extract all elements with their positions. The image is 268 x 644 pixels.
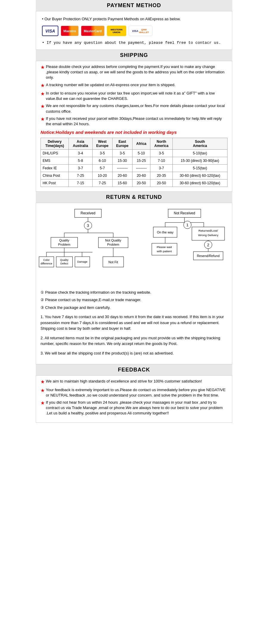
star-icon-f1: ★: [40, 379, 45, 385]
payment-note: • Our Buyer Protection ONLY protects Pay…: [42, 17, 226, 21]
col-header-0: DeliveryTime(days): [41, 138, 69, 150]
table-cell: 7-25: [92, 179, 112, 187]
not-quality-label: Not Quality: [105, 239, 121, 242]
returned-label: Returned/Lost/: [199, 229, 218, 232]
feedback-title: FEEDBACK: [36, 364, 232, 375]
color-diff-label2: difference: [40, 262, 52, 265]
on-the-way-label: On the way: [157, 230, 174, 234]
return-rules: 1. You have 7 days to contact us and 30 …: [40, 314, 228, 356]
table-cell: 15-25: [132, 157, 150, 165]
shipping-item-2: ★ A tracking number will be updated on A…: [40, 82, 228, 89]
table-cell: 3-7: [150, 165, 173, 172]
table-cell: 3-5: [150, 150, 173, 157]
table-cell: China Post: [41, 172, 69, 179]
col-header-5: NorthAmerica: [150, 138, 173, 150]
table-cell: 3-4: [69, 150, 92, 157]
payment-icons: VISA Maestro MasterCard WESTERNUNION VIS…: [42, 24, 226, 38]
quality-problem-label2: Problem: [58, 243, 70, 246]
table-cell: ---------: [132, 165, 150, 172]
circle-3: 3: [87, 223, 89, 228]
quality-problem-label: Quality: [59, 239, 70, 242]
table-cell: 20-60: [112, 172, 132, 179]
col-header-6: SouthAmerica: [172, 138, 227, 150]
table-cell: 30-60 (direct) 60-120(tax): [172, 172, 227, 179]
received-label: Received: [81, 211, 96, 215]
return-title: RETURN & RETUND: [36, 192, 232, 203]
table-cell: 3-5: [112, 150, 132, 157]
feedback-item-1: ★ We aim to maintain high standards of e…: [40, 379, 228, 385]
table-cell: 7-10: [150, 157, 173, 165]
shipping-title: SHIPPING: [36, 50, 232, 61]
table-row: China Post7-2510-2020-6020-6020-3530-60 …: [41, 172, 228, 179]
payment-contact: • If you have any question about the pay…: [42, 41, 226, 45]
payment-section: PAYMENT METHOD • Our Buyer Protection ON…: [36, 0, 232, 50]
table-cell: 3-7: [69, 165, 92, 172]
table-cell: 5-8: [69, 157, 92, 165]
return-section: RETURN & RETUND Received 3 Quality Probl…: [36, 192, 232, 364]
table-cell: 5-10(tax): [172, 150, 227, 157]
shipping-item-5: ★ If you have not received your parcel w…: [40, 116, 228, 127]
col-header-3: EastEurope: [112, 138, 132, 150]
circle-1: 1: [186, 223, 188, 227]
table-cell: 5-10: [132, 150, 150, 157]
visa-qiwi-icon: VISA QIWIWALLET: [129, 26, 152, 36]
feedback-section: FEEDBACK ★ We aim to maintain high stand…: [36, 364, 232, 422]
star-icon-2: ★: [40, 82, 45, 89]
resend-refund-label: Resend/Refund: [197, 254, 219, 258]
not-quality-label2: Problem: [107, 243, 119, 246]
shipping-notice: Notice:Hoildays and weekends are not inc…: [40, 130, 228, 135]
mastercard-icon: MasterCard: [81, 26, 105, 36]
table-cell: 10-20: [92, 172, 112, 179]
star-icon-f3: ★: [40, 400, 45, 416]
color-diff-label: Color: [43, 258, 49, 261]
please-wait-label: Please wait: [157, 245, 172, 249]
feedback-item-3: ★ If you did not hear from us within 24 …: [40, 400, 228, 416]
please-wait-label2: with patient: [156, 250, 172, 253]
col-header-2: WestEurope: [92, 138, 112, 150]
table-cell: 15-60: [112, 179, 132, 187]
col-header-1: AsiaAustralia: [69, 138, 92, 150]
table-cell: 20-35: [150, 172, 173, 179]
table-row: EMS5-86-1015-3015-257-1015-30 (direct) 3…: [41, 157, 228, 165]
table-cell: 7-15: [69, 179, 92, 187]
star-icon-f2: ★: [40, 387, 45, 398]
table-row: DHL/UPS3-43-53-55-103-55-10(tax): [41, 150, 228, 157]
table-cell: 5-15(tax): [172, 165, 227, 172]
table-cell: 6-10: [92, 157, 112, 165]
star-icon-1: ★: [40, 64, 45, 80]
star-icon-4: ★: [40, 103, 45, 114]
table-cell: 7-25: [69, 172, 92, 179]
not-received-label: Not Received: [174, 211, 195, 215]
table-cell: ---------: [112, 165, 132, 172]
quality-defect-label2: Defect: [60, 262, 68, 265]
table-cell: 3-5: [92, 150, 112, 157]
shipping-table: DeliveryTime(days) AsiaAustralia WestEur…: [40, 138, 228, 187]
table-cell: 30-60 (direct) 60-120(tax): [172, 179, 227, 187]
table-cell: DHL/UPS: [41, 150, 69, 157]
star-icon-5: ★: [40, 116, 45, 127]
table-cell: HK Post: [41, 179, 69, 187]
table-row: Fedex IE3-75-7------------------3-75-15(…: [41, 165, 228, 172]
shipping-section: SHIPPING ★ Please double check your addr…: [36, 50, 232, 192]
feedback-item-2: ★ Your feedback is extremely important t…: [40, 387, 228, 398]
table-cell: 20-60: [132, 172, 150, 179]
table-cell: EMS: [41, 157, 69, 165]
damage-label: Damage: [77, 260, 88, 263]
circle-2: 2: [207, 243, 209, 247]
table-cell: 20-50: [132, 179, 150, 187]
flow-note-3: ③ Check the package and item carefully.: [40, 304, 228, 311]
table-cell: Fedex IE: [41, 165, 69, 172]
not-fit-label: Not Fit: [108, 260, 118, 264]
flow-note-2: ② Please contact us by massage,E-mail,or…: [40, 296, 228, 303]
visa-icon: VISA: [42, 26, 58, 36]
shipping-item-4: ★ We are not responsible for any customs…: [40, 103, 228, 114]
returned-label2: Wrong Delivery: [198, 233, 218, 237]
payment-title: PAYMENT METHOD: [36, 0, 232, 11]
flow-note-1: ① Please check the tracking information …: [40, 289, 228, 296]
quality-defect-label: Quality: [60, 258, 68, 261]
return-rule-3: 3. We will bear all the shipping cost if…: [40, 350, 228, 356]
col-header-4: Africa: [132, 138, 150, 150]
return-rule-2: 2. All returned items must be in the ori…: [40, 335, 228, 347]
table-cell: 15-30 (direct) 30-90(tax): [172, 157, 227, 165]
maestro-icon: Maestro: [61, 26, 79, 36]
